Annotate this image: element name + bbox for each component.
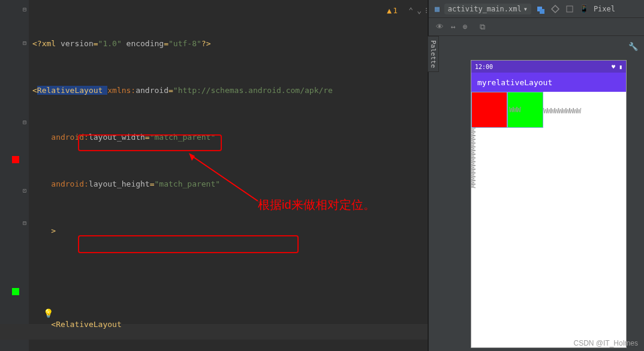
zoom-icon[interactable]: ⊕ <box>463 22 468 31</box>
resize-icon[interactable]: ↔ <box>451 22 456 31</box>
nav-menu-icon[interactable]: ⁝ <box>425 6 428 15</box>
annotation-text: 根据id来做相对定位。 <box>258 197 375 213</box>
design-tabs: ▦ activity_main.xml ▾ 📱 Pixel <box>429 0 644 18</box>
nav-down-icon[interactable]: ⌄ <box>417 6 422 15</box>
chevron-down-icon: ▾ <box>523 5 528 13</box>
status-icons: ♥ ▮ <box>612 64 622 70</box>
app-bar: myrelativeLayout <box>471 73 626 92</box>
warning-count: 1 <box>393 6 398 15</box>
bulb-icon[interactable]: 💡 <box>43 308 53 318</box>
phone-preview: 12:00 ♥ ▮ myrelativeLayout WWW WWWWWWWWW… <box>471 60 627 348</box>
code-content[interactable]: <?xml version="1.0" encoding="utf-8"?> <… <box>29 0 428 351</box>
layers-icon[interactable] <box>536 4 546 14</box>
phone-body: WWW WWWWWWWWWW WWWWWWWWWWWWWWWW <box>471 92 626 347</box>
fold-icon[interactable]: ⊟ <box>23 119 29 125</box>
fold-icon[interactable]: ⊡ <box>23 187 29 193</box>
app-title: myrelativeLayout <box>477 78 552 87</box>
status-bar: 12:00 ♥ ▮ <box>471 61 626 73</box>
wrench-icon[interactable]: 🔧 <box>628 42 638 51</box>
warning-badge[interactable]: ▲ 1 <box>387 6 398 15</box>
tag-relativelayout: RelativeLayout <box>37 86 107 95</box>
color-swatch-green <box>12 288 19 295</box>
palette-tab[interactable]: Palette <box>428 36 439 72</box>
design-panel: ▦ activity_main.xml ▾ 📱 Pixel 👁 ↔ ⊕ ⧉ 🔧 … <box>428 0 644 351</box>
color-swatch-red <box>12 156 19 163</box>
fold-icon[interactable]: ⊟ <box>23 220 29 226</box>
phone-icon[interactable]: 📱 <box>579 4 589 13</box>
fold-icon[interactable]: ⊟ <box>23 6 29 12</box>
magnet-icon[interactable]: ⧉ <box>480 22 485 32</box>
spring-icon: WWW <box>509 106 520 114</box>
red-square <box>471 92 507 128</box>
preview-area[interactable]: 🔧 12:00 ♥ ▮ myrelativeLayout WWW WWWWWWW… <box>429 36 644 351</box>
svg-rect-4 <box>567 6 573 12</box>
gutter: ⊟ ⊟ ⊟ ⊡ ⊟ <box>0 0 29 351</box>
spring-icon: WWWWWWWWWWWWWWWW <box>471 128 477 188</box>
warning-icon: ▲ <box>387 6 392 15</box>
file-dropdown[interactable]: activity_main.xml ▾ <box>444 4 531 14</box>
code-editor[interactable]: ⊟ ⊟ ⊟ ⊡ ⊟ <?xml version="1.0" encoding="… <box>0 0 428 351</box>
fold-icon[interactable]: ⊟ <box>23 40 29 46</box>
logo-icon: ▦ <box>435 4 440 13</box>
status-time: 12:00 <box>475 64 493 70</box>
svg-rect-3 <box>540 9 544 14</box>
nav-arrows: ⌃ ⌄ ⁝ <box>408 6 428 15</box>
nav-up-icon[interactable]: ⌃ <box>408 6 413 15</box>
watermark: CSDN @IT_Holmes <box>573 339 638 347</box>
design-toolbar: 👁 ↔ ⊕ ⧉ <box>429 18 644 36</box>
device-label: Pixel <box>594 5 615 13</box>
green-square: WWW <box>507 92 543 128</box>
orientation-icon[interactable] <box>550 4 560 14</box>
eye-icon[interactable]: 👁 <box>436 22 444 31</box>
spring-icon: WWWWWWWWWW <box>543 107 580 115</box>
theme-icon[interactable] <box>565 4 574 14</box>
xml-decl: <?xml <box>32 39 61 48</box>
